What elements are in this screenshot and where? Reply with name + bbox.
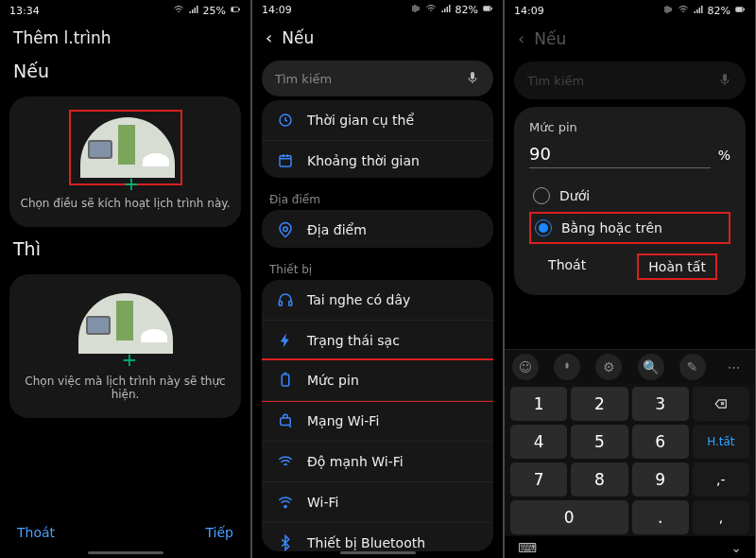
header: ‹ Nếu bbox=[505, 21, 755, 56]
status-time: 14:09 bbox=[514, 5, 544, 17]
item-wifi-strength[interactable]: Độ mạnh Wi-Fi bbox=[262, 441, 493, 481]
signal-icon bbox=[693, 4, 704, 18]
key-1[interactable]: 1 bbox=[510, 387, 567, 421]
item-wifi[interactable]: Wi-Fi bbox=[262, 481, 493, 522]
key-5[interactable]: 5 bbox=[571, 425, 627, 459]
key-dot[interactable]: . bbox=[632, 500, 689, 534]
search-placeholder: Tìm kiếm bbox=[527, 74, 584, 88]
done-button[interactable]: Hoàn tất bbox=[637, 253, 717, 280]
item-label: Trạng thái sạc bbox=[307, 333, 400, 348]
battery-text: 82% bbox=[708, 5, 730, 17]
panel-add-routine: 13:34 25% Thêm l.trình Nếu + Chọn điều s… bbox=[0, 0, 250, 558]
item-label: Tai nghe có dây bbox=[307, 292, 410, 307]
wifi-icon bbox=[277, 494, 294, 511]
svg-rect-8 bbox=[280, 156, 291, 166]
kb-more-icon[interactable]: ⋯ bbox=[721, 354, 747, 380]
headphones-icon bbox=[277, 291, 294, 308]
item-specific-time[interactable]: Thời gian cụ thể bbox=[262, 100, 493, 140]
item-label: Mạng Wi-Fi bbox=[307, 413, 379, 428]
nav-hint bbox=[88, 551, 163, 554]
key-6[interactable]: 6 bbox=[632, 425, 689, 459]
radio-at-or-above[interactable]: Bằng hoặc trên bbox=[529, 212, 730, 244]
key-backspace[interactable] bbox=[693, 387, 749, 421]
key-comma[interactable]: , bbox=[693, 500, 749, 534]
keyboard-footer: ⌨ ⌄ bbox=[505, 536, 755, 558]
item-bluetooth-device[interactable]: Thiết bị Bluetooth bbox=[262, 522, 493, 551]
battery-icon bbox=[482, 3, 493, 17]
item-wifi-network[interactable]: Mạng Wi-Fi bbox=[262, 400, 493, 441]
svg-rect-5 bbox=[491, 8, 492, 9]
kb-translate-icon[interactable]: ✎ bbox=[679, 354, 706, 380]
cancel-button[interactable]: Thoát bbox=[542, 253, 592, 280]
calendar-icon bbox=[277, 152, 294, 169]
back-button: ‹ bbox=[518, 28, 524, 48]
item-label: Thời gian cụ thể bbox=[307, 113, 414, 128]
next-button[interactable]: Tiếp bbox=[205, 525, 233, 540]
key-9[interactable]: 9 bbox=[632, 462, 689, 497]
svg-point-14 bbox=[284, 506, 286, 508]
svg-rect-4 bbox=[484, 7, 490, 10]
then-header: Thì bbox=[0, 233, 250, 269]
item-time-range[interactable]: Khoảng thời gian bbox=[262, 140, 493, 178]
if-illustration[interactable]: + bbox=[69, 110, 182, 185]
then-illustration[interactable]: + bbox=[69, 288, 182, 363]
key-4[interactable]: 4 bbox=[510, 425, 567, 459]
place-block: Địa điểm bbox=[262, 210, 493, 248]
status-right: 82% bbox=[662, 4, 746, 18]
key-neg[interactable]: ,- bbox=[693, 462, 749, 497]
key-2[interactable]: 2 bbox=[571, 387, 627, 421]
header-title: Nếu bbox=[534, 29, 566, 48]
kb-collapse-icon[interactable]: ⌄ bbox=[730, 540, 742, 555]
battery-icon bbox=[734, 4, 746, 18]
back-button[interactable]: ‹ bbox=[266, 27, 272, 47]
item-label: Wi-Fi bbox=[307, 495, 338, 510]
battery-text: 25% bbox=[203, 5, 226, 17]
plus-icon: + bbox=[122, 348, 138, 371]
header: ‹ Nếu bbox=[252, 20, 503, 55]
svg-rect-17 bbox=[744, 9, 745, 10]
key-7[interactable]: 7 bbox=[510, 462, 567, 497]
wifi-network-icon bbox=[277, 412, 294, 429]
svg-rect-12 bbox=[282, 375, 289, 386]
battery-sheet: Mức pin 90 % Dưới Bằng hoặc trên Thoát H… bbox=[514, 107, 746, 295]
kb-search-icon[interactable]: 🔍 bbox=[638, 354, 664, 380]
if-card[interactable]: + Chọn điều sẽ kích hoạt lịch trình này. bbox=[9, 96, 241, 227]
item-charging-state[interactable]: Trạng thái sạc bbox=[262, 320, 493, 360]
key-done[interactable]: H.tất bbox=[693, 425, 749, 459]
value-input[interactable]: 90 bbox=[529, 144, 711, 168]
time-block: Thời gian cụ thể Khoảng thời gian bbox=[262, 100, 493, 178]
svg-rect-6 bbox=[471, 72, 474, 79]
radio-checked-icon bbox=[535, 219, 552, 236]
clock-icon bbox=[277, 112, 294, 129]
item-location[interactable]: Địa điểm bbox=[262, 210, 493, 248]
battery-icon bbox=[230, 4, 241, 18]
panel-if-conditions: 14:09 82% ‹ Nếu Tìm kiếm bbox=[252, 0, 503, 558]
wake-icon bbox=[662, 4, 674, 18]
mic-icon[interactable] bbox=[465, 70, 480, 88]
search-input: Tìm kiếm bbox=[514, 61, 746, 99]
wifi-icon bbox=[173, 4, 184, 18]
item-battery-level[interactable]: Mức pin bbox=[262, 358, 493, 402]
radio-label: Dưới bbox=[559, 188, 590, 203]
svg-rect-13 bbox=[281, 418, 291, 426]
header-title: Nếu bbox=[282, 28, 314, 47]
item-wired-headphones[interactable]: Tai nghe có dây bbox=[262, 280, 493, 320]
radio-below[interactable]: Dưới bbox=[529, 180, 730, 212]
search-input[interactable]: Tìm kiếm bbox=[262, 61, 493, 96]
then-card[interactable]: + Chọn việc mà lịch trình này sẽ thực hi… bbox=[9, 274, 241, 418]
key-3[interactable]: 3 bbox=[632, 387, 689, 421]
device-block: Tai nghe có dây Trạng thái sạc Mức pin M… bbox=[262, 280, 493, 551]
kb-mic-icon[interactable] bbox=[554, 354, 580, 380]
kb-emoji-icon[interactable]: ☺ bbox=[512, 354, 539, 380]
kb-settings-icon[interactable]: ⚙ bbox=[595, 354, 622, 380]
kb-switch-icon[interactable]: ⌨ bbox=[518, 540, 537, 555]
status-bar: 14:09 82% bbox=[252, 0, 503, 20]
item-label: Mức pin bbox=[307, 373, 359, 388]
key-8[interactable]: 8 bbox=[571, 462, 627, 497]
if-description: Chọn điều sẽ kích hoạt lịch trình này. bbox=[21, 197, 231, 210]
key-0[interactable]: 0 bbox=[510, 500, 628, 534]
cancel-button[interactable]: Thoát bbox=[17, 525, 55, 540]
svg-rect-1 bbox=[232, 8, 233, 11]
numpad: 1 2 3 4 5 6 H.tất 7 8 9 ,- 0 . , bbox=[505, 383, 755, 536]
bluetooth-icon bbox=[277, 534, 294, 551]
